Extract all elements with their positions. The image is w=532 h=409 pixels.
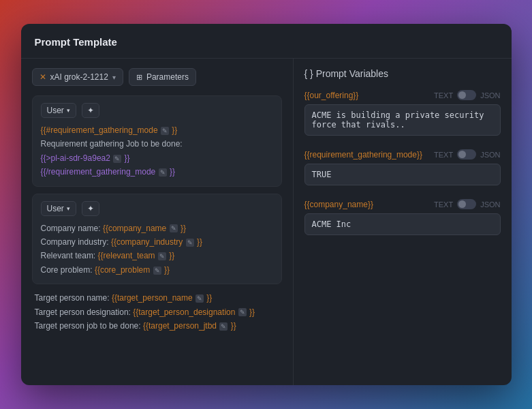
- parameters-button[interactable]: ⊞ Parameters: [129, 68, 196, 86]
- star-icon: ✦: [87, 106, 94, 115]
- model-label: xAI grok-2-1212: [50, 72, 108, 82]
- role-label-2: User: [47, 204, 64, 213]
- edit-icon[interactable]: ✎: [195, 294, 204, 303]
- text-target-name: Target person name:: [35, 293, 112, 303]
- var-cn-close: }}: [181, 224, 186, 233]
- var-pl-ai: {{>pl-ai-sdr-9a9ea2: [41, 153, 110, 163]
- line-company-industry: Company industry: {{company_industry ✎ }…: [41, 235, 273, 249]
- var-section-req-mode: {{requirement_gathering_mode}} TEXT JSON…: [304, 149, 501, 188]
- var-target-designation: {{target_person_designation: [133, 307, 235, 317]
- edit-icon[interactable]: ✎: [113, 155, 121, 163]
- var-tj-close: }}: [231, 321, 236, 331]
- toggle-3[interactable]: [457, 199, 476, 209]
- edit-icon[interactable]: ✎: [219, 322, 228, 331]
- var-name-req-mode: {{requirement_gathering_mode}}: [304, 150, 422, 160]
- star-icon-2: ✦: [87, 204, 94, 213]
- right-panel: { } Prompt Variables {{our_offering}} TE…: [294, 59, 512, 385]
- line-1: {{#requirement_gathering_mode ✎ }}: [41, 123, 273, 137]
- var-input-our-offering[interactable]: ACME is building a private security forc…: [304, 104, 501, 136]
- edit-icon[interactable]: ✎: [238, 308, 247, 316]
- modal-header: Prompt Template: [21, 24, 512, 59]
- standalone-lines: Target person name: {{target_person_name…: [32, 291, 282, 333]
- text-company-industry: Company industry:: [41, 237, 111, 247]
- message-block-2: User ▾ ✦ Company name: {{company_name ✎ …: [32, 194, 282, 285]
- edit-icon[interactable]: ✎: [186, 239, 194, 247]
- message-content-1: {{#requirement_gathering_mode ✎ }} Requi…: [41, 123, 273, 179]
- var-cp-close: }}: [164, 265, 170, 275]
- role-selector-2[interactable]: User ▾: [41, 201, 76, 216]
- toggle-row-3: TEXT JSON: [434, 199, 500, 209]
- json-label-3: JSON: [480, 200, 500, 209]
- var-td-close: }}: [249, 307, 255, 317]
- message-block-1: User ▾ ✦ {{#requirement_gathering_mode ✎…: [32, 95, 282, 187]
- message-toolbar-1: User ▾ ✦: [41, 103, 273, 118]
- var-close-brace-1: }}: [172, 125, 177, 135]
- text-label-3: TEXT: [434, 200, 453, 209]
- var-section-company-name: {{company_name}} TEXT JSON ACME Inc: [304, 199, 501, 238]
- line-target-jtbd: Target person job to be done: {{target_p…: [35, 319, 279, 333]
- json-label-2: JSON: [480, 151, 500, 159]
- line-relevant-team: Relevant team: {{relevant_team ✎ }}: [41, 249, 273, 262]
- var-label-row-2: {{requirement_gathering_mode}} TEXT JSON: [304, 149, 501, 160]
- var-close-brace-3: }}: [170, 167, 175, 177]
- var-label-row-3: {{company_name}} TEXT JSON: [304, 199, 501, 209]
- prompt-variables-title: { } Prompt Variables: [304, 68, 501, 79]
- var-close-brace-2: }}: [125, 153, 130, 163]
- edit-icon[interactable]: ✎: [161, 127, 169, 135]
- var-company-industry: {{company_industry: [111, 237, 183, 247]
- text-target-jtbd: Target person job to be done:: [35, 321, 143, 331]
- line-company-name: Company name: {{company_name ✎ }}: [41, 222, 273, 235]
- var-company-name: {{company_name: [103, 224, 166, 233]
- model-selector-button[interactable]: ✕ xAI grok-2-1212 ▾: [32, 68, 123, 86]
- var-rt-close: }}: [169, 251, 174, 260]
- var-ci-close: }}: [197, 237, 202, 247]
- chevron-down-icon: ▾: [67, 205, 70, 212]
- var-requirement-mode-close: {{/requirement_gathering_mode: [41, 167, 156, 177]
- var-input-company-name[interactable]: ACME Inc: [304, 213, 501, 235]
- star-button-1[interactable]: ✦: [82, 103, 99, 118]
- var-section-our-offering: {{our_offering}} TEXT JSON ACME is build…: [304, 90, 501, 138]
- chevron-down-icon: ▾: [67, 107, 70, 114]
- message-content-2: Company name: {{company_name ✎ }} Compan…: [41, 222, 273, 277]
- var-relevant-team: {{relevant_team: [98, 251, 155, 260]
- text-company-name: Company name:: [41, 224, 103, 233]
- text-target-designation: Target person designation:: [35, 307, 134, 317]
- edit-icon[interactable]: ✎: [158, 252, 166, 260]
- line-4: {{/requirement_gathering_mode ✎ }}: [41, 165, 273, 179]
- text-label-1: TEXT: [434, 91, 453, 100]
- edit-icon[interactable]: ✎: [153, 267, 161, 275]
- toggle-1[interactable]: [457, 90, 476, 100]
- var-input-req-mode[interactable]: TRUE: [304, 164, 501, 185]
- var-tn-close: }}: [206, 293, 212, 303]
- role-selector-1[interactable]: User ▾: [41, 103, 76, 118]
- message-toolbar-2: User ▾ ✦: [41, 201, 273, 216]
- role-label-1: User: [47, 106, 64, 115]
- var-label-row-1: {{our_offering}} TEXT JSON: [304, 90, 501, 100]
- var-target-jtbd: {{target_person_jtbd: [143, 321, 217, 331]
- star-button-2[interactable]: ✦: [82, 201, 99, 216]
- var-requirement-mode-open: {{#requirement_gathering_mode: [41, 125, 158, 135]
- params-icon: ⊞: [136, 73, 142, 82]
- line-core-problem: Core problem: {{core_problem ✎ }}: [41, 263, 273, 277]
- modal-title: Prompt Template: [35, 36, 117, 48]
- modal-body: ✕ xAI grok-2-1212 ▾ ⊞ Parameters User ▾: [21, 59, 512, 385]
- toggle-2[interactable]: [457, 149, 476, 160]
- left-panel: ✕ xAI grok-2-1212 ▾ ⊞ Parameters User ▾: [21, 59, 294, 385]
- text-core-problem: Core problem:: [41, 265, 95, 275]
- var-name-company-name: {{company_name}}: [304, 200, 373, 209]
- edit-icon[interactable]: ✎: [170, 224, 178, 232]
- toggle-row-2: TEXT JSON: [434, 149, 500, 160]
- edit-icon[interactable]: ✎: [159, 168, 167, 177]
- line-3: {{>pl-ai-sdr-9a9ea2 ✎ }}: [41, 151, 273, 165]
- toggle-row-1: TEXT JSON: [434, 90, 500, 100]
- text-requirement: Requirement gathering Job to be done:: [41, 139, 183, 149]
- line-2: Requirement gathering Job to be done:: [41, 137, 273, 151]
- chevron-down-icon: ▾: [112, 74, 116, 81]
- line-target-name: Target person name: {{target_person_name…: [35, 291, 279, 305]
- model-icon: ✕: [40, 72, 46, 82]
- line-target-designation: Target person designation: {{target_pers…: [35, 305, 279, 319]
- var-name-our-offering: {{our_offering}}: [304, 91, 359, 100]
- params-label: Parameters: [146, 72, 189, 82]
- text-relevant-team: Relevant team:: [41, 251, 98, 260]
- var-target-name: {{target_person_name: [112, 293, 193, 303]
